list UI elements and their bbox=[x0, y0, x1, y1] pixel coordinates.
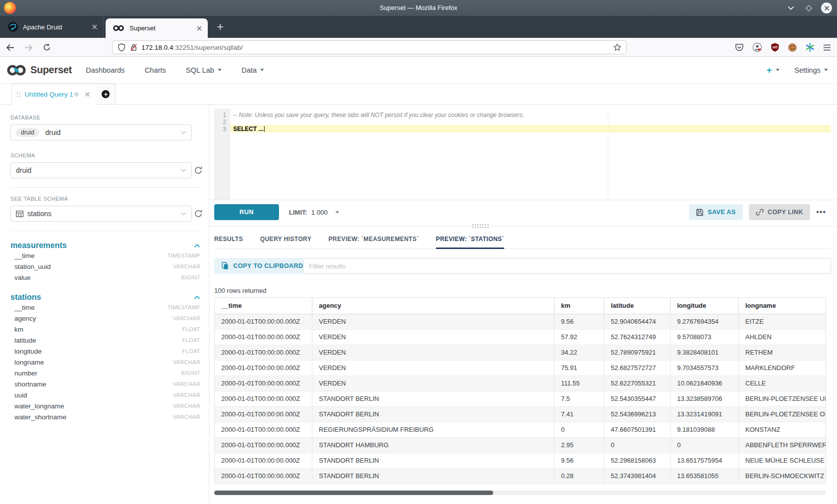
table-cell: 0.28 bbox=[555, 469, 604, 484]
drag-handle-icon[interactable] bbox=[17, 92, 20, 97]
column-header-agency[interactable]: agency bbox=[312, 298, 555, 314]
column-header-km[interactable]: km bbox=[555, 298, 604, 314]
table-cell: 2000-01-01T00:00:00.000Z bbox=[215, 453, 312, 468]
table-icon bbox=[16, 211, 23, 217]
browser-tab-superset[interactable]: Superset bbox=[106, 18, 208, 38]
sql-editor[interactable]: 1 2 3 -- Note: Unless you save your quer… bbox=[214, 109, 831, 200]
collapse-chevron-icon[interactable] bbox=[194, 295, 200, 300]
text-cursor bbox=[264, 126, 265, 132]
schema-column-row: kmFLOAT bbox=[10, 324, 200, 335]
superset-logo[interactable]: Superset bbox=[6, 63, 72, 77]
close-tab-icon[interactable] bbox=[85, 92, 90, 97]
filter-results-input[interactable] bbox=[303, 258, 831, 274]
browser-tab-apache-druid[interactable]: Apache Druid bbox=[1, 16, 104, 38]
account-extension-icon[interactable] bbox=[752, 42, 762, 52]
resize-handle-icon[interactable] bbox=[471, 224, 490, 229]
results-tab-preview-stations[interactable]: PREVIEW: `STATIONS` bbox=[436, 230, 504, 249]
column-header-latitude[interactable]: latitude bbox=[604, 298, 671, 314]
close-icon[interactable] bbox=[821, 2, 832, 13]
new-item-button[interactable]: + bbox=[766, 65, 779, 75]
save-as-button[interactable]: SAVE AS bbox=[689, 204, 742, 220]
schema-column-row: shortnameVARCHAR bbox=[10, 378, 200, 389]
column-name: uuid bbox=[14, 391, 173, 399]
column-header-longitude[interactable]: longitude bbox=[671, 298, 739, 314]
table-cell: 2.95 bbox=[555, 438, 604, 453]
minimize-icon[interactable] bbox=[785, 2, 796, 13]
table-section-stations[interactable]: stations bbox=[10, 293, 200, 302]
table-row: 2000-01-01T00:00:00.000ZVERDEN111.5552.6… bbox=[215, 376, 826, 391]
shield-icon[interactable] bbox=[118, 43, 126, 52]
bookmark-star-icon[interactable] bbox=[613, 43, 621, 51]
rows-returned-label: 100 rows returned bbox=[214, 287, 267, 294]
lock-broken-icon[interactable] bbox=[130, 43, 138, 51]
brand-name: Superset bbox=[30, 64, 72, 76]
copy-to-clipboard-button[interactable]: COPY TO CLIPBOARD bbox=[214, 258, 310, 274]
asterisk-extension-icon[interactable] bbox=[806, 43, 815, 52]
forward-icon[interactable] bbox=[24, 44, 33, 51]
column-name: __time bbox=[14, 252, 167, 259]
schema-column-row: longnameVARCHAR bbox=[10, 357, 200, 368]
column-header-time[interactable]: __time bbox=[215, 298, 312, 314]
limit-dropdown[interactable]: LIMIT: 1 000 bbox=[289, 204, 339, 220]
schema-column-row: water_shortnameVARCHAR bbox=[10, 411, 200, 422]
results-tab-preview-measurements[interactable]: PREVIEW: `MEASUREMENTS` bbox=[328, 230, 419, 249]
copy-link-button[interactable]: COPY LINK bbox=[749, 204, 810, 220]
cookie-icon[interactable] bbox=[788, 43, 797, 52]
nav-item-dashboards[interactable]: Dashboards bbox=[86, 66, 125, 74]
reload-icon[interactable] bbox=[43, 43, 51, 51]
schema-select[interactable]: druid bbox=[10, 162, 192, 178]
more-options-icon[interactable]: ••• bbox=[816, 208, 826, 217]
table-cell: 2000-01-01T00:00:00.000Z bbox=[215, 314, 312, 329]
query-tab-untitled[interactable]: Untitled Query 1 bbox=[11, 84, 97, 105]
scrollbar-thumb[interactable] bbox=[214, 491, 493, 495]
divider bbox=[10, 231, 202, 231]
table-cell: MARKLENDORF bbox=[739, 361, 826, 376]
database-select[interactable]: druid druid bbox=[10, 125, 192, 140]
nav-item-data[interactable]: Data bbox=[242, 66, 265, 74]
url-bar[interactable]: 172.18.0.4:32251/superset/sqllab/ bbox=[112, 40, 627, 54]
schema-column-row: uuidVARCHAR bbox=[10, 389, 200, 400]
maximize-icon[interactable] bbox=[803, 2, 814, 13]
table-section-title: measurements bbox=[10, 241, 194, 250]
table-cell: 9.2767694354 bbox=[671, 314, 739, 329]
settings-menu[interactable]: Settings bbox=[795, 66, 828, 74]
add-query-tab-button[interactable] bbox=[96, 84, 116, 105]
navbar-menu: DashboardsChartsSQL LabData bbox=[86, 66, 264, 74]
nav-item-label: SQL Lab bbox=[186, 66, 214, 74]
chevron-down-icon bbox=[181, 212, 186, 216]
table-row: 2000-01-01T00:00:00.000ZSTANDORT BERLIN9… bbox=[215, 453, 826, 469]
column-name: station_uuid bbox=[14, 263, 173, 270]
pocket-icon[interactable] bbox=[735, 43, 744, 52]
caret-down-icon bbox=[335, 211, 339, 214]
run-button[interactable]: RUN bbox=[214, 204, 279, 220]
unsaved-indicator bbox=[74, 92, 79, 97]
browser-tab-strip: Apache Druid Superset bbox=[0, 16, 837, 38]
save-icon bbox=[696, 209, 703, 216]
hamburger-menu-icon[interactable] bbox=[823, 44, 831, 51]
nav-item-sql-lab[interactable]: SQL Lab bbox=[186, 66, 222, 74]
back-icon[interactable] bbox=[6, 44, 14, 51]
collapse-chevron-icon[interactable] bbox=[194, 244, 200, 248]
schema-column-row: latitudeFLOAT bbox=[10, 335, 200, 346]
horizontal-scrollbar[interactable] bbox=[214, 491, 826, 495]
editor-toolbar: RUN LIMIT: 1 000 SAVE AS bbox=[209, 200, 837, 223]
url-path: :32251/superset/sqllab/ bbox=[173, 44, 243, 51]
schema-column-row: agencyVARCHAR bbox=[10, 313, 200, 324]
tab-label: Apache Druid bbox=[23, 23, 90, 31]
column-header-longname[interactable]: longname bbox=[739, 298, 826, 314]
tab-close-icon[interactable] bbox=[90, 22, 99, 31]
tab-close-icon[interactable] bbox=[195, 24, 204, 33]
table-cell: 7.41 bbox=[555, 407, 604, 422]
table-select[interactable]: stations bbox=[10, 206, 192, 222]
results-tab-query-history[interactable]: QUERY HISTORY bbox=[260, 230, 311, 249]
refresh-schemas-icon[interactable] bbox=[194, 166, 203, 175]
pane-divider[interactable] bbox=[209, 226, 837, 227]
nav-item-charts[interactable]: Charts bbox=[144, 66, 166, 74]
schema-label: SCHEMA bbox=[10, 152, 202, 158]
table-section-measurements[interactable]: measurements bbox=[10, 241, 200, 250]
table-cell: 52.7890975921 bbox=[604, 345, 671, 360]
ublock-icon[interactable]: uO bbox=[771, 43, 779, 52]
new-tab-button[interactable] bbox=[213, 20, 227, 34]
refresh-tables-icon[interactable] bbox=[194, 209, 203, 218]
results-tab-results[interactable]: RESULTS bbox=[214, 230, 243, 249]
